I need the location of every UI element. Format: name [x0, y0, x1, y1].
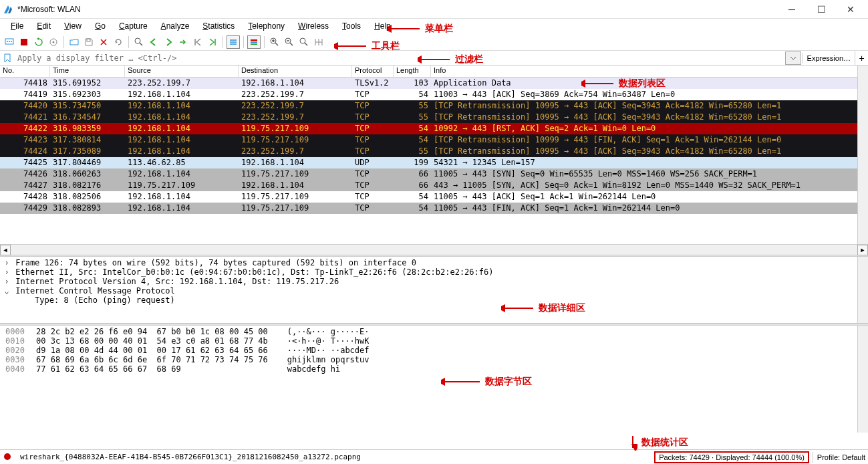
close-file-icon[interactable] [97, 35, 110, 49]
maximize-button[interactable]: ☐ [807, 0, 836, 19]
menu-file[interactable]: File [4, 20, 30, 32]
zoom-out-icon[interactable] [283, 35, 296, 49]
bytes-row[interactable]: 004077 61 62 63 64 65 66 67 68 69 wabcde… [5, 364, 863, 374]
resize-cols-icon[interactable] [312, 35, 325, 49]
menu-statistics[interactable]: Statistics [196, 20, 241, 32]
col-header-no[interactable]: No. [0, 66, 50, 77]
interfaces-icon[interactable] [3, 35, 16, 49]
packet-row[interactable]: 74421316.734547192.168.1.104223.252.199.… [0, 112, 868, 123]
packet-row[interactable]: 74426318.060263192.168.1.104119.75.217.1… [0, 168, 868, 180]
svg-point-1 [7, 41, 8, 42]
svg-point-6 [53, 41, 55, 43]
menu-edit[interactable]: Edit [30, 20, 57, 32]
packet-row[interactable]: 74420315.734750192.168.1.104223.252.199.… [0, 100, 868, 112]
details-scrollbar[interactable] [857, 257, 868, 323]
menu-capture[interactable]: Capture [112, 20, 154, 32]
packet-row[interactable]: 74428318.082506192.168.1.104119.75.217.1… [0, 191, 868, 203]
packet-bytes[interactable]: 000028 2c b2 e2 26 f6 e0 94 67 b0 b0 1c … [0, 326, 868, 433]
bytes-row[interactable]: 001000 3c 13 68 00 00 40 01 54 e3 c0 a8 … [5, 336, 863, 346]
packet-row[interactable]: 74425317.804469113.46.62.85192.168.1.104… [0, 157, 868, 168]
status-profile[interactable]: Profile: Default [817, 453, 865, 461]
prev-icon[interactable] [147, 35, 160, 49]
goto-icon[interactable] [176, 35, 190, 49]
toolbar [0, 33, 868, 51]
vertical-scrollbar[interactable] [857, 66, 868, 244]
detail-row[interactable]: ⌄ Internet Control Message Protocol [3, 286, 865, 296]
bytes-scrollbar[interactable] [857, 326, 868, 433]
options-icon[interactable] [47, 35, 60, 49]
display-filter-input[interactable] [15, 51, 785, 65]
col-header-dst[interactable]: Destination [239, 66, 352, 77]
menu-wireless[interactable]: Wireless [291, 20, 335, 32]
status-filename: wireshark_{0488032A-EEAF-41B4-B545-0B726… [20, 453, 361, 461]
menubar: FileEditViewGoCaptureAnalyzeStatisticsTe… [0, 19, 868, 33]
titlebar: *Microsoft: WLAN ─ ☐ ✕ [0, 0, 868, 19]
menu-analyze[interactable]: Analyze [154, 20, 196, 32]
menu-tools[interactable]: Tools [335, 20, 368, 32]
expression-button[interactable]: Expression… [803, 53, 855, 64]
detail-row[interactable]: Type: 8 (Echo (ping) request) [3, 296, 865, 305]
menu-go[interactable]: Go [88, 20, 112, 32]
bytes-row[interactable]: 003067 68 69 6a 6b 6c 6d 6e 6f 70 71 72 … [5, 355, 863, 364]
detail-row[interactable]: › Frame 126: 74 bytes on wire (592 bits)… [3, 258, 865, 267]
window-title: *Microsoft: WLAN [17, 5, 777, 14]
last-icon[interactable] [206, 35, 219, 49]
scroll-left-icon[interactable]: ◄ [0, 245, 11, 255]
open-icon[interactable] [67, 35, 81, 49]
add-filter-button[interactable]: + [855, 51, 868, 65]
packet-details[interactable]: › Frame 126: 74 bytes on wire (592 bits)… [0, 257, 868, 324]
col-header-len[interactable]: Length [394, 66, 431, 77]
packet-row[interactable]: 74429318.082893192.168.1.104119.75.217.1… [0, 203, 868, 214]
next-icon[interactable] [162, 35, 175, 49]
colorize-icon[interactable] [247, 35, 261, 49]
filter-bar: Expression… + [0, 51, 868, 66]
svg-rect-7 [87, 39, 90, 41]
find-icon[interactable] [132, 35, 146, 49]
packet-row[interactable]: 74419315.692303192.168.1.104223.252.199.… [0, 89, 868, 100]
col-header-proto[interactable]: Protocol [352, 66, 394, 77]
horizontal-scrollbar[interactable]: ◄ ► [0, 244, 868, 255]
annotation: 数据统计区 [628, 435, 688, 451]
close-button[interactable]: ✕ [836, 0, 865, 19]
bookmark-icon[interactable] [1, 52, 13, 64]
reload-icon[interactable] [112, 35, 125, 49]
zoom-in-icon[interactable] [268, 35, 281, 49]
svg-point-15 [4, 453, 11, 460]
svg-point-8 [135, 38, 140, 43]
packet-row[interactable]: 74424317.735089192.168.1.104223.252.199.… [0, 146, 868, 157]
first-icon[interactable] [191, 35, 204, 49]
svg-rect-10 [251, 41, 257, 43]
packet-list-header: No. Time Source Destination Protocol Len… [0, 66, 868, 78]
col-header-src[interactable]: Source [125, 66, 239, 77]
autoscroll-icon[interactable] [227, 35, 240, 49]
menu-view[interactable]: View [57, 20, 88, 32]
detail-row[interactable]: › Internet Protocol Version 4, Src: 192.… [3, 277, 865, 286]
stop-icon[interactable] [17, 35, 31, 49]
zoom-reset-icon[interactable] [297, 35, 311, 49]
svg-point-3 [11, 41, 12, 42]
packet-row[interactable]: 74423317.380814192.168.1.104119.75.217.1… [0, 134, 868, 146]
status-stats: Packets: 74429 · Displayed: 74444 (100.0… [655, 452, 809, 463]
col-header-info[interactable]: Info [431, 66, 868, 77]
expert-info-icon[interactable] [3, 452, 12, 463]
packet-list[interactable]: No. Time Source Destination Protocol Len… [0, 66, 868, 244]
bytes-row[interactable]: 000028 2c b2 e2 26 f6 e0 94 67 b0 b0 1c … [5, 327, 863, 336]
col-header-time[interactable]: Time [50, 66, 125, 77]
svg-point-14 [300, 38, 305, 43]
svg-point-2 [9, 41, 10, 42]
menu-telephony[interactable]: Telephony [241, 20, 291, 32]
minimize-button[interactable]: ─ [777, 0, 807, 19]
bytes-row[interactable]: 0020d9 1a 08 00 4d 44 00 01 00 17 61 62 … [5, 346, 863, 355]
svg-rect-11 [251, 43, 257, 45]
packet-row[interactable]: 74418315.691952223.252.199.7192.168.1.10… [0, 78, 868, 89]
menu-help[interactable]: Help [368, 20, 398, 32]
status-bar: wireshark_{0488032A-EEAF-41B4-B545-0B726… [0, 449, 868, 464]
restart-icon[interactable] [32, 35, 45, 49]
save-icon[interactable] [82, 35, 96, 49]
scroll-right-icon[interactable]: ► [857, 245, 868, 255]
packet-row[interactable]: 74422316.983359192.168.1.104119.75.217.1… [0, 123, 868, 134]
packet-row[interactable]: 74427318.082176119.75.217.109192.168.1.1… [0, 180, 868, 191]
app-icon [3, 4, 13, 15]
filter-dropdown-icon[interactable] [785, 51, 801, 65]
detail-row[interactable]: › Ethernet II, Src: IntelCor_b0:b0:1c (e… [3, 267, 865, 277]
